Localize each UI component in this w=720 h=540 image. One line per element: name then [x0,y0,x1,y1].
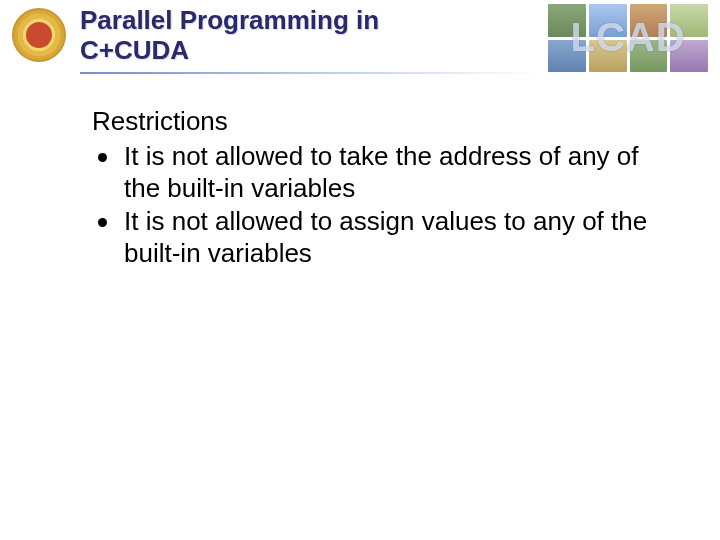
lcad-mosaic-icon [548,4,708,72]
slide-title-line2: C+CUDA [80,35,189,65]
slide-header: Parallel Programming in C+CUDA LCAD [0,0,720,78]
institution-seal-icon [12,8,66,62]
list-item: It is not allowed to take the address of… [92,141,680,204]
lcad-logo: LCAD [548,4,708,72]
list-item: It is not allowed to assign values to an… [92,206,680,269]
section-heading: Restrictions [92,106,680,137]
header-divider [80,72,540,74]
slide-content: Restrictions It is not allowed to take t… [0,78,720,270]
bullet-list: It is not allowed to take the address of… [92,141,680,270]
slide-title-line1: Parallel Programming in [80,5,379,35]
